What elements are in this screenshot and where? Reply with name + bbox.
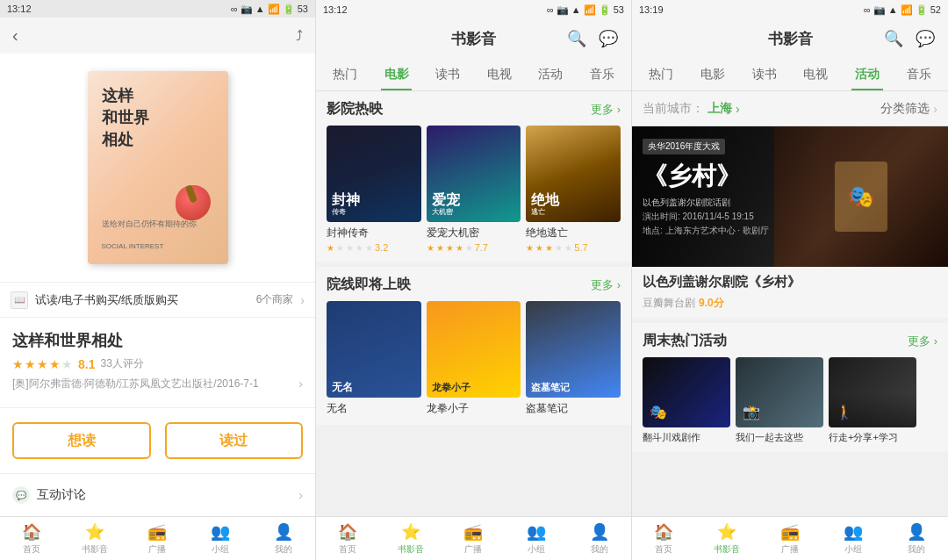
city-label: 当前城市： — [643, 101, 704, 117]
group-icon-3: 👥 — [844, 522, 863, 542]
banner-subtitle: 以色列盖谢尔剧院话剧 — [643, 197, 937, 209]
top-icons-3: 🔍 💬 — [883, 28, 936, 49]
nav-media-2[interactable]: ⭐ 书影音 — [379, 517, 442, 560]
featured-banner[interactable]: 🎭 央华2016年度大戏 《乡村》 以色列盖谢尔剧院话剧 演出时间: 2016/… — [632, 126, 948, 267]
event-card-2[interactable]: 📸 我们一起去这些 — [736, 357, 823, 443]
tab-tv-2[interactable]: 电视 — [474, 58, 526, 90]
event-card-3[interactable]: 🚶 行走+分享+学习 — [829, 357, 916, 443]
movie-rating-row-1: ★ ★ ★ ★ ★ 3.2 — [327, 242, 421, 253]
tab-hot-2[interactable]: 热门 — [320, 58, 371, 90]
nav-profile-3[interactable]: 👤 我的 — [885, 517, 948, 560]
message-icon-3[interactable]: 💬 — [915, 28, 936, 49]
city-name[interactable]: 上海 — [707, 101, 732, 117]
nav-broadcast-2[interactable]: 📻 广播 — [442, 517, 506, 560]
back-icon[interactable]: ‹ — [12, 25, 18, 46]
discuss-label: 互动讨论 — [37, 487, 291, 503]
tab-movie-3[interactable]: 电影 — [687, 58, 739, 90]
main-content-2: 影院热映 更多 › 封神 传奇 封神传奇 ★ ★ ★ ★ ★ 3.2 — [316, 91, 631, 560]
nav-group-label-3: 小组 — [844, 543, 862, 556]
poster-text-1: 封神 传奇 — [327, 126, 421, 222]
read-button[interactable]: 读过 — [165, 422, 304, 459]
cover-subtitle: 送给对自己仍怀有期待的你 — [102, 219, 214, 230]
nav-home-3[interactable]: 🏠 首页 — [632, 517, 695, 560]
nav-media-3[interactable]: ⭐ 书影音 — [695, 517, 758, 560]
search-icon-3[interactable]: 🔍 — [883, 28, 904, 49]
status-bar-1: 13:12 ∞ 📷 ▲ 📶 🔋 53 — [0, 0, 315, 18]
coming-name-2: 龙拳小子 — [427, 401, 521, 416]
weekend-more[interactable]: 更多 › — [908, 334, 937, 349]
nav-media-1[interactable]: ⭐ 书影音 — [63, 517, 126, 560]
tab-music-2[interactable]: 音乐 — [577, 58, 628, 90]
book-info: 这样和世界相处 ★ ★ ★ ★ ★ 8.1 33人评分 [奥]阿尔弗雷德·阿德勒… — [0, 318, 315, 408]
event-score: 9.0分 — [699, 296, 724, 311]
coming-card-1[interactable]: 无名 无名 — [327, 301, 421, 416]
movie-card-2[interactable]: 爱宠 大机密 爱宠大机密 ★ ★ ★ ★ ★ 7.7 — [427, 126, 521, 253]
nav-home-label-1: 首页 — [23, 543, 40, 556]
tab-book-2[interactable]: 读书 — [422, 58, 474, 90]
tab-music-3[interactable]: 音乐 — [893, 58, 944, 90]
nav-group-2[interactable]: 👥 小组 — [505, 517, 568, 560]
book-icon: 📖 — [11, 291, 28, 309]
discuss-icon: 💬 — [12, 486, 30, 504]
home-icon-2: 🏠 — [338, 522, 357, 542]
meta-arrow-icon: › — [298, 377, 303, 391]
filter-arrow-icon: › — [933, 102, 937, 116]
cinema-more[interactable]: 更多 › — [591, 102, 621, 118]
event-score-row: 豆瓣舞台剧 9.0分 — [632, 294, 948, 318]
event-card-1[interactable]: 🎭 翻斗川戏剧作 — [643, 357, 730, 443]
nav-media-label-3: 书影音 — [714, 543, 740, 556]
city-filter-bar: 当前城市： 上海 › 分类筛选 › — [632, 91, 948, 126]
book-meta[interactable]: [奥]阿尔弗雷德·阿德勒/江苏凤凰文艺出版社/2016-7-1 › — [12, 377, 303, 391]
discussion-row[interactable]: 💬 互动讨论 › — [0, 474, 315, 516]
nav-broadcast-1[interactable]: 📻 广播 — [126, 517, 190, 560]
tab-event-2[interactable]: 活动 — [525, 58, 577, 90]
nav-home-1[interactable]: 🏠 首页 — [0, 517, 63, 560]
movie-card-1[interactable]: 封神 传奇 封神传奇 ★ ★ ★ ★ ★ 3.2 — [327, 126, 421, 253]
star-3: ★ — [37, 357, 48, 371]
signal-icons-3: ∞ 📷 ▲ 📶 🔋 52 — [864, 4, 941, 16]
nav-home-2[interactable]: 🏠 首页 — [316, 517, 379, 560]
tab-movie-2[interactable]: 电影 — [371, 58, 423, 90]
nav-group-3[interactable]: 👥 小组 — [822, 517, 885, 560]
status-bar-2: 13:12 ∞ 📷 ▲ 📶 🔋 53 — [316, 0, 631, 19]
buy-bar[interactable]: 📖 试读/电子书购买/纸质版购买 6个商家 › — [0, 282, 315, 318]
event-name-1: 翻斗川戏剧作 — [643, 431, 730, 443]
top-icons-2: 🔍 💬 — [566, 28, 619, 49]
nav-profile-2[interactable]: 👤 我的 — [568, 517, 631, 560]
filter-classify[interactable]: 分类筛选 — [880, 101, 930, 117]
battery-2: 53 — [614, 4, 624, 15]
movie-name-1: 封神传奇 — [327, 226, 421, 241]
media-icon-3: ⭐ — [717, 522, 736, 542]
app-title-2: 书影音 — [451, 29, 496, 49]
nav-home-label-2: 首页 — [339, 543, 356, 556]
signal-icons-2: ∞ 📷 ▲ 📶 🔋 53 — [547, 4, 624, 16]
rating-row: ★ ★ ★ ★ ★ 8.1 33人评分 — [12, 356, 303, 371]
movie-card-3[interactable]: 绝地 逃亡 绝地逃亡 ★ ★ ★ ★ ★ 5.7 — [526, 126, 621, 253]
city-arrow-icon: › — [736, 102, 740, 116]
coming-soon-section: 院线即将上映 更多 › 无名 无名 龙拳小子 — [316, 267, 631, 425]
event-poster-2: 📸 — [736, 357, 823, 427]
nav-broadcast-3[interactable]: 📻 广播 — [758, 517, 822, 560]
nav-group-1[interactable]: 👥 小组 — [189, 517, 252, 560]
nav-home-label-3: 首页 — [655, 543, 672, 556]
coming-card-3[interactable]: 盗墓笔记 盗墓笔记 — [526, 301, 621, 416]
want-read-button[interactable]: 想读 — [12, 422, 151, 459]
tab-event-3[interactable]: 活动 — [842, 58, 894, 90]
meta-text: [奥]阿尔弗雷德·阿德勒/江苏凤凰文艺出版社/2016-7-1 — [12, 377, 259, 390]
movie-rating-row-2: ★ ★ ★ ★ ★ 7.7 — [427, 242, 521, 253]
nav-profile-label-2: 我的 — [591, 543, 608, 556]
profile-icon-3: 👤 — [907, 522, 926, 542]
tab-tv-3[interactable]: 电视 — [790, 58, 842, 90]
message-icon-2[interactable]: 💬 — [598, 28, 619, 49]
status-bar-3: 13:19 ∞ 📷 ▲ 📶 🔋 52 — [632, 0, 948, 19]
coming-more[interactable]: 更多 › — [591, 277, 621, 293]
media-icon-1: ⭐ — [85, 522, 104, 542]
tab-hot-3[interactable]: 热门 — [636, 58, 687, 90]
share-icon[interactable]: ⤴ — [296, 28, 303, 44]
tab-book-3[interactable]: 读书 — [738, 58, 790, 90]
coming-card-2[interactable]: 龙拳小子 龙拳小子 — [427, 301, 521, 416]
nav-profile-1[interactable]: 👤 我的 — [252, 517, 315, 560]
banner-date: 演出时间: 2016/11/4-5 19:15 — [643, 211, 937, 223]
app-title-3: 书影音 — [768, 29, 813, 49]
search-icon-2[interactable]: 🔍 — [566, 28, 587, 49]
